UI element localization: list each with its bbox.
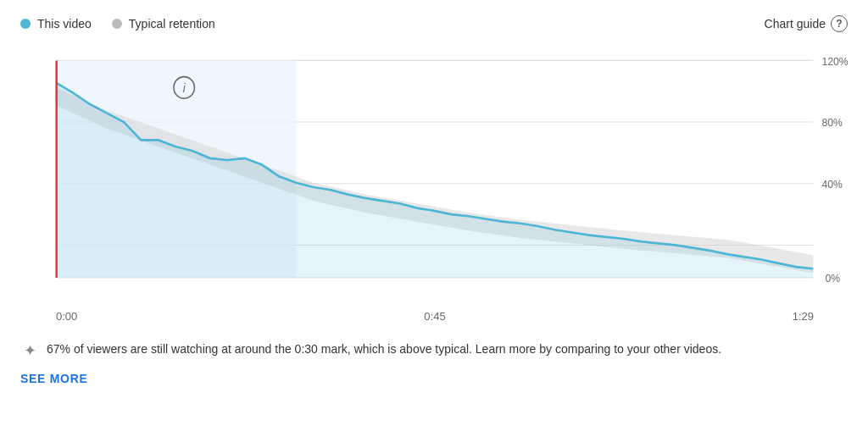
this-video-dot <box>20 19 31 29</box>
insight-row: ✦ 67% of viewers are still watching at a… <box>20 340 848 360</box>
time-label-end: 1:29 <box>793 310 814 323</box>
see-more-link[interactable]: SEE MORE <box>20 372 848 385</box>
typical-retention-label: Typical retention <box>129 17 215 30</box>
this-video-label: This video <box>37 17 92 30</box>
time-axis: 0:00 0:45 1:29 <box>20 305 848 323</box>
help-icon[interactable]: ? <box>831 15 848 32</box>
retention-chart: i 120% 80% 40% 0% <box>20 42 848 305</box>
y-label-40: 40% <box>821 179 842 191</box>
y-label-120: 120% <box>821 55 848 67</box>
y-label-80: 80% <box>821 117 842 129</box>
sparkle-icon: ✦ <box>24 341 36 360</box>
legend-this-video: This video <box>20 17 92 30</box>
chart-legend: This video Typical retention Chart guide… <box>20 17 848 30</box>
typical-retention-dot <box>112 19 122 29</box>
chart-guide-label: Chart guide <box>765 17 826 30</box>
time-label-start: 0:00 <box>56 310 77 323</box>
insight-text: 67% of viewers are still watching at aro… <box>47 340 721 358</box>
chart-svg: i 120% 80% 40% 0% <box>20 42 848 305</box>
chart-guide-button[interactable]: Chart guide ? <box>765 15 848 32</box>
y-label-0: 0% <box>826 273 841 285</box>
legend-typical-retention: Typical retention <box>112 17 215 30</box>
time-label-mid: 0:45 <box>424 310 445 323</box>
